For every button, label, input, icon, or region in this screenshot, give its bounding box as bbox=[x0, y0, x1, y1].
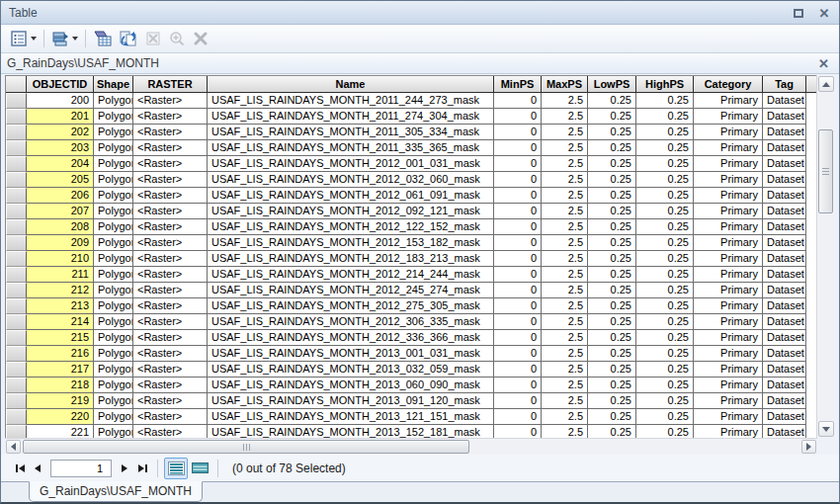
cell-objectid[interactable]: 220 bbox=[27, 409, 94, 425]
title-bar[interactable]: Table ✕ bbox=[1, 1, 839, 25]
cell-raster[interactable]: <Raster> bbox=[133, 362, 208, 378]
cell-shape[interactable]: Polygon bbox=[94, 188, 133, 204]
cell-name[interactable]: USAF_LIS_RAINDAYS_MONTH_2012_183_213_mas… bbox=[208, 251, 494, 267]
cell-highps[interactable]: 0.25 bbox=[636, 362, 694, 378]
row-selector[interactable] bbox=[6, 204, 27, 219]
cell-tag[interactable]: Dataset bbox=[763, 109, 806, 125]
column-header-objectid[interactable]: OBJECTID bbox=[27, 76, 94, 93]
cell-name[interactable]: USAF_LIS_RAINDAYS_MONTH_2011_305_334_mas… bbox=[208, 125, 494, 140]
cell-category[interactable]: Primary bbox=[694, 172, 763, 188]
cell-minps[interactable]: 0 bbox=[494, 219, 542, 235]
cell-raster[interactable]: <Raster> bbox=[133, 188, 208, 204]
row-selector[interactable] bbox=[6, 93, 27, 109]
cell-category[interactable]: Primary bbox=[694, 330, 763, 346]
cell-minps[interactable]: 0 bbox=[494, 267, 542, 283]
cell-name[interactable]: USAF_LIS_RAINDAYS_MONTH_2012_001_031_mas… bbox=[208, 156, 494, 172]
cell-category[interactable]: Primary bbox=[694, 283, 763, 298]
cell-objectid[interactable]: 212 bbox=[27, 283, 94, 298]
cell-objectid[interactable]: 221 bbox=[27, 425, 94, 439]
cell-maxps[interactable]: 2.5 bbox=[542, 267, 588, 283]
cell-tag[interactable]: Dataset bbox=[763, 204, 806, 219]
row-selector[interactable] bbox=[6, 362, 27, 378]
cell-raster[interactable]: <Raster> bbox=[133, 409, 208, 425]
cell-minps[interactable]: 0 bbox=[494, 425, 542, 439]
cell-lowps[interactable]: 0.25 bbox=[588, 378, 636, 393]
cell-raster[interactable]: <Raster> bbox=[133, 425, 208, 439]
related-tables-button[interactable] bbox=[48, 28, 81, 49]
cell-tag[interactable]: Dataset bbox=[763, 235, 806, 251]
cell-category[interactable]: Primary bbox=[694, 204, 763, 219]
row-selector[interactable] bbox=[6, 346, 27, 362]
row-selector[interactable] bbox=[6, 393, 27, 409]
cell-maxps[interactable]: 2.5 bbox=[542, 235, 588, 251]
cell-maxps[interactable]: 2.5 bbox=[542, 378, 588, 393]
column-header-tag[interactable]: Tag bbox=[763, 76, 806, 93]
column-header-raster[interactable]: RASTER bbox=[133, 76, 208, 93]
cell-minps[interactable]: 0 bbox=[494, 188, 542, 204]
cell-tag[interactable]: Dataset bbox=[763, 188, 806, 204]
cell-lowps[interactable]: 0.25 bbox=[588, 362, 636, 378]
cell-lowps[interactable]: 0.25 bbox=[588, 204, 636, 219]
cell-lowps[interactable]: 0.25 bbox=[588, 283, 636, 298]
cell-lowps[interactable]: 0.25 bbox=[588, 235, 636, 251]
cell-raster[interactable]: <Raster> bbox=[133, 172, 208, 188]
cell-tag[interactable]: Dataset bbox=[763, 93, 806, 109]
cell-objectid[interactable]: 206 bbox=[27, 188, 94, 204]
horizontal-scrollbar[interactable] bbox=[5, 438, 817, 455]
panel-close-icon[interactable]: ✕ bbox=[818, 56, 829, 71]
row-selector[interactable] bbox=[6, 378, 27, 393]
cell-maxps[interactable]: 2.5 bbox=[542, 298, 588, 314]
column-header-maxps[interactable]: MaxPS bbox=[542, 76, 588, 93]
cell-raster[interactable]: <Raster> bbox=[133, 314, 208, 330]
cell-lowps[interactable]: 0.25 bbox=[588, 93, 636, 109]
cell-objectid[interactable]: 209 bbox=[27, 235, 94, 251]
cell-highps[interactable]: 0.25 bbox=[636, 330, 694, 346]
cell-raster[interactable]: <Raster> bbox=[133, 330, 208, 346]
cell-minps[interactable]: 0 bbox=[494, 251, 542, 267]
row-selector[interactable] bbox=[6, 298, 27, 314]
cell-objectid[interactable]: 202 bbox=[27, 125, 94, 140]
cell-raster[interactable]: <Raster> bbox=[133, 298, 208, 314]
cell-name[interactable]: USAF_LIS_RAINDAYS_MONTH_2012_214_244_mas… bbox=[208, 267, 494, 283]
cell-raster[interactable]: <Raster> bbox=[133, 267, 208, 283]
cell-lowps[interactable]: 0.25 bbox=[588, 219, 636, 235]
cell-category[interactable]: Primary bbox=[694, 125, 763, 140]
row-selector[interactable] bbox=[6, 109, 27, 125]
cell-lowps[interactable]: 0.25 bbox=[588, 188, 636, 204]
cell-objectid[interactable]: 205 bbox=[27, 172, 94, 188]
cell-raster[interactable]: <Raster> bbox=[133, 156, 208, 172]
cell-maxps[interactable]: 2.5 bbox=[542, 314, 588, 330]
cell-shape[interactable]: Polygon bbox=[94, 362, 133, 378]
cell-minps[interactable]: 0 bbox=[494, 298, 542, 314]
cell-shape[interactable]: Polygon bbox=[94, 125, 133, 140]
cell-tag[interactable]: Dataset bbox=[763, 393, 806, 409]
close-button[interactable]: ✕ bbox=[817, 6, 831, 20]
cell-highps[interactable]: 0.25 bbox=[636, 188, 694, 204]
cell-tag[interactable]: Dataset bbox=[763, 362, 806, 378]
cell-lowps[interactable]: 0.25 bbox=[588, 267, 636, 283]
cell-name[interactable]: USAF_LIS_RAINDAYS_MONTH_2012_275_305_mas… bbox=[208, 298, 494, 314]
cell-shape[interactable]: Polygon bbox=[94, 172, 133, 188]
cell-minps[interactable]: 0 bbox=[494, 378, 542, 393]
cell-tag[interactable]: Dataset bbox=[763, 283, 806, 298]
row-selector[interactable] bbox=[6, 330, 27, 346]
cell-raster[interactable]: <Raster> bbox=[133, 93, 208, 109]
cell-minps[interactable]: 0 bbox=[494, 314, 542, 330]
cell-lowps[interactable]: 0.25 bbox=[588, 425, 636, 439]
cell-minps[interactable]: 0 bbox=[494, 93, 542, 109]
cell-highps[interactable]: 0.25 bbox=[636, 235, 694, 251]
cell-objectid[interactable]: 200 bbox=[27, 93, 94, 109]
row-selector[interactable] bbox=[6, 283, 27, 298]
cell-shape[interactable]: Polygon bbox=[94, 283, 133, 298]
cell-raster[interactable]: <Raster> bbox=[133, 140, 208, 156]
cell-objectid[interactable]: 210 bbox=[27, 251, 94, 267]
cell-maxps[interactable]: 2.5 bbox=[542, 204, 588, 219]
cell-highps[interactable]: 0.25 bbox=[636, 251, 694, 267]
cell-highps[interactable]: 0.25 bbox=[636, 267, 694, 283]
cell-raster[interactable]: <Raster> bbox=[133, 393, 208, 409]
cell-objectid[interactable]: 219 bbox=[27, 393, 94, 409]
column-header-name[interactable]: Name bbox=[208, 76, 494, 93]
cell-highps[interactable]: 0.25 bbox=[636, 425, 694, 439]
cell-category[interactable]: Primary bbox=[694, 219, 763, 235]
scroll-up-button[interactable] bbox=[818, 76, 834, 92]
